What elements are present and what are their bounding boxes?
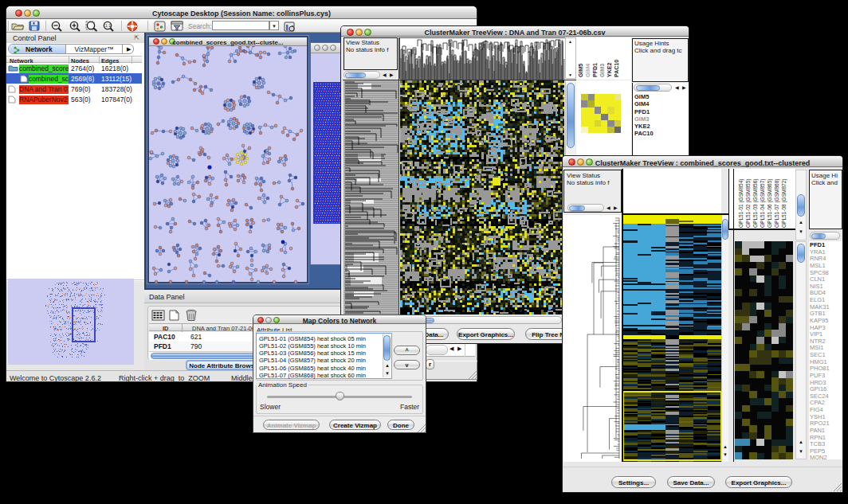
svg-text:1:1: 1:1 xyxy=(105,23,111,28)
